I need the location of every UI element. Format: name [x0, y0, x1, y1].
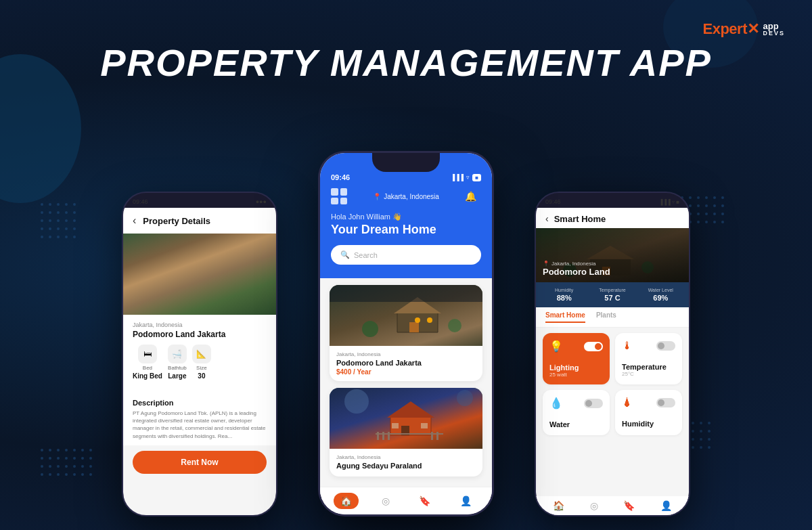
left-screen-title: Property Details	[143, 216, 210, 226]
temperature-name: Temperature	[622, 363, 675, 371]
water-toggle[interactable]	[584, 399, 603, 408]
svg-rect-28	[377, 432, 379, 440]
center-time: 09:46	[331, 173, 350, 181]
search-bar[interactable]: 🔍 Search	[331, 245, 481, 265]
logo-app-text: app DEVS	[763, 22, 785, 37]
control-humidity[interactable]: 🌢 Humidity	[615, 390, 682, 435]
left-location: Jakarta, Indonesia	[133, 322, 267, 328]
right-screen: ‹ Smart Home	[536, 208, 689, 516]
search-icon: 🔍	[340, 250, 350, 259]
svg-rect-19	[330, 285, 482, 302]
amenities-list: 🛏 Bed King Bed 🛁 Bathtub Large 📐 Size 30	[133, 345, 267, 380]
lighting-icon: 💡	[549, 340, 563, 353]
stat-temperature: Temperature 57 C	[591, 288, 633, 302]
property-card-2[interactable]: Jakarta, Indonesia Agung Sedayu Paraland	[330, 388, 482, 477]
menu-icon[interactable]	[331, 188, 347, 204]
right-back-arrow[interactable]: ‹	[545, 213, 549, 224]
left-property-info: Jakarta, Indonesia Podomoro Land Jakarta…	[123, 315, 276, 393]
property-banner: 📍 Jakarta, Indonesia Podomoro Land	[536, 228, 689, 282]
svg-rect-5	[211, 274, 219, 281]
bookmark-icon: 🔖	[419, 495, 430, 506]
rent-now-button[interactable]: Rent Now	[133, 451, 267, 474]
right-nav-search[interactable]: ◎	[590, 500, 598, 511]
nav-profile[interactable]: 👤	[453, 493, 478, 509]
humidity-icon: 🌢	[622, 397, 633, 409]
nav-saved[interactable]: 🔖	[412, 493, 437, 509]
svg-rect-10	[123, 234, 276, 254]
left-screen: ‹ Property Details	[123, 208, 276, 516]
center-status-icons: ▐▐▐ ▿ ■	[451, 174, 481, 181]
tabs-row: Smart Home Plants	[536, 307, 689, 328]
svg-rect-32	[436, 432, 438, 440]
humidity-toggle[interactable]	[656, 398, 675, 407]
lighting-toggle[interactable]	[584, 342, 603, 351]
left-property-name: Podomoro Land Jakarta	[133, 330, 267, 339]
nav-home[interactable]: 🏠	[334, 493, 359, 509]
search-nav-icon: ◎	[382, 495, 390, 506]
center-top-row: 📍 Jakarta, Indonesia 🔔	[331, 188, 481, 204]
phone-center: 09:46 ▐▐▐ ▿ ■ 📍 Jakarta, Indonesia	[318, 151, 494, 516]
banner-property-name: Podomoro Land	[543, 267, 610, 277]
right-nav-saved[interactable]: 🔖	[623, 500, 635, 511]
temperature-icon: 🌡	[622, 340, 633, 352]
svg-rect-0	[123, 234, 276, 314]
property-card-1[interactable]: Jakarta, Indonesia Podomoro Land Jakarta…	[330, 285, 482, 381]
svg-point-17	[362, 321, 378, 337]
nav-search[interactable]: ◎	[375, 493, 397, 509]
amenity-bed: 🛏 Bed King Bed	[133, 345, 162, 380]
left-status-bar: 09:46 ●●●	[123, 193, 276, 208]
svg-marker-38	[587, 246, 634, 259]
svg-point-12	[201, 275, 205, 280]
control-temperature[interactable]: 🌡 Temperature 25°C	[615, 333, 682, 384]
property-card-2-image	[330, 388, 482, 449]
svg-marker-1	[177, 255, 223, 288]
left-property-image	[123, 234, 276, 315]
dream-home-title: Your Dream Home	[331, 223, 481, 237]
stat-humidity: Humidity 88%	[543, 288, 585, 302]
lighting-name: Lighting	[549, 363, 603, 372]
right-nav-home[interactable]: 🏠	[553, 500, 564, 511]
svg-point-21	[427, 317, 432, 323]
search-placeholder: Search	[354, 251, 378, 259]
page-title: PROPERTY MANAGEMENT APP	[0, 41, 812, 85]
home-icon: 🏠	[340, 495, 352, 506]
stat-water-level: Water Level 69%	[639, 288, 682, 302]
description-title: Description	[133, 399, 267, 407]
svg-rect-8	[155, 293, 158, 301]
svg-point-34	[344, 389, 369, 414]
banner-location: 📍 Jakarta, Indonesia	[543, 261, 610, 267]
svg-point-6	[146, 274, 166, 294]
svg-rect-9	[235, 289, 238, 294]
back-arrow-icon[interactable]: ‹	[133, 215, 136, 227]
phone-right: 09:46 ▐▐▐ ▿ ■ ‹ Smart Home	[535, 192, 690, 516]
description-text: PT Agung Podomoro Land Tbk. (APLN) is a …	[133, 410, 267, 440]
phone-left: 09:46 ●●● ‹ Property Details	[122, 192, 277, 516]
tab-plants[interactable]: Plants	[596, 311, 616, 323]
control-water[interactable]: 💧 Water	[543, 390, 610, 435]
banner-text: 📍 Jakarta, Indonesia Podomoro Land	[543, 261, 610, 277]
svg-rect-33	[376, 433, 443, 435]
stats-row: Humidity 88% Temperature 57 C Water Leve…	[536, 282, 689, 307]
svg-point-7	[228, 273, 244, 289]
property-card-1-image	[330, 285, 482, 346]
temperature-toggle[interactable]	[656, 341, 675, 351]
center-status-bar: 09:46 ▐▐▐ ▿ ■	[331, 173, 481, 181]
svg-rect-30	[388, 432, 390, 440]
bottom-nav: 🏠 ◎ 🔖 👤	[320, 487, 492, 514]
svg-rect-29	[382, 432, 384, 440]
tab-smart-home[interactable]: Smart Home	[545, 311, 585, 323]
water-icon: 💧	[549, 397, 563, 410]
svg-rect-26	[392, 423, 399, 428]
water-name: Water	[549, 420, 603, 428]
dot-pattern-left	[41, 203, 76, 238]
smart-home-title: Smart Home	[554, 214, 606, 224]
profile-icon: 👤	[460, 495, 472, 506]
amenity-bath: 🛁 Bathtub Large	[168, 345, 187, 380]
logo: Expert✕ app DEVS	[703, 20, 786, 38]
right-nav-profile[interactable]: 👤	[660, 500, 672, 511]
property-card-2-info: Jakarta, Indonesia Agung Sedayu Paraland	[330, 449, 482, 477]
control-lighting[interactable]: 💡 Lighting 25 watt	[543, 333, 610, 384]
notification-icon[interactable]: 🔔	[465, 190, 481, 202]
amenity-size: 📐 Size 30	[192, 345, 211, 380]
description-section: Description PT Agung Podomoro Land Tbk. …	[123, 393, 276, 445]
